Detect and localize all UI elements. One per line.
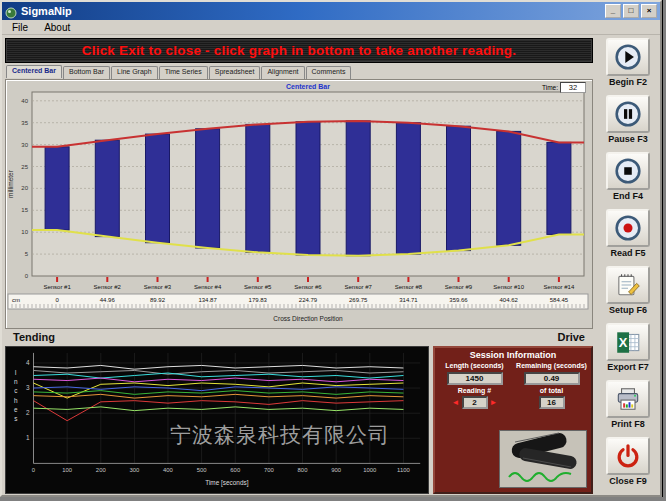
minimize-button[interactable]: _ xyxy=(605,4,621,18)
svg-text:100: 100 xyxy=(62,467,73,473)
y-axis-label: I xyxy=(15,369,17,376)
svg-text:800: 800 xyxy=(298,467,309,473)
tab-bottom-bar[interactable]: Bottom Bar xyxy=(63,66,110,79)
sensor-label: Sensor #7 xyxy=(345,284,373,290)
chart-title: Centered Bar xyxy=(286,83,330,90)
y-axis-label: n xyxy=(14,378,18,385)
begin-f2-button[interactable]: Begin F2 xyxy=(598,38,658,95)
reading-prev-button[interactable]: ◄ xyxy=(452,399,460,407)
sensor-label: Sensor #2 xyxy=(94,284,122,290)
sensor-label: Sensor #4 xyxy=(194,284,222,290)
play-icon xyxy=(606,38,650,76)
printer-icon xyxy=(606,380,650,418)
svg-text:20: 20 xyxy=(21,185,28,191)
sensor-label: Sensor #9 xyxy=(445,284,473,290)
menu-bar: FileAbout xyxy=(2,20,660,35)
length-label: Length (seconds) xyxy=(437,362,512,370)
bar xyxy=(447,126,471,250)
time-label: Time: xyxy=(542,84,558,91)
toolbar-button-label: Export F7 xyxy=(607,362,649,372)
stop-icon xyxy=(606,152,650,190)
app-window: SigmaNip _ □ × FileAbout Click Exit to c… xyxy=(0,0,662,497)
window-body: Click Exit to close - click graph in bot… xyxy=(2,35,660,497)
tab-alignment[interactable]: Alignment xyxy=(261,66,304,79)
y-axis-label: e xyxy=(14,406,18,413)
sensor-marker xyxy=(56,277,58,282)
tending-label: Tending xyxy=(13,331,55,343)
length-value: 1450 xyxy=(447,372,503,385)
sensor-marker xyxy=(407,277,409,282)
end-f4-button[interactable]: End F4 xyxy=(598,152,658,209)
sensor-marker xyxy=(508,277,510,282)
sensor-marker xyxy=(257,277,259,282)
centered-bar-chart: 0510152025303540Centered BarmillimeterSe… xyxy=(6,80,592,330)
y-axis-label: s xyxy=(14,415,17,422)
ruler-value: 404.62 xyxy=(500,297,519,303)
toolbar-button-label: End F4 xyxy=(613,191,643,201)
sensor-label: Sensor #14 xyxy=(544,284,575,290)
toolbar-button-label: Setup F6 xyxy=(609,305,647,315)
sensor-marker xyxy=(307,277,309,282)
svg-text:500: 500 xyxy=(197,467,208,473)
banner-text: Click Exit to close - click graph in bot… xyxy=(82,43,516,58)
centered-bar-panel: Time: 32 0510152025303540Centered Barmil… xyxy=(5,79,593,329)
menu-about[interactable]: About xyxy=(36,21,78,34)
tab-line-graph[interactable]: Line Graph xyxy=(111,66,158,79)
close-button[interactable]: × xyxy=(641,4,657,18)
tab-bar: Centered BarBottom BarLine GraphTime Ser… xyxy=(6,66,593,79)
svg-text:1100: 1100 xyxy=(397,467,410,473)
sensor-marker xyxy=(458,277,460,282)
close-f9-button[interactable]: Close F9 xyxy=(598,437,658,494)
exit-banner: Click Exit to close - click graph in bot… xyxy=(5,38,593,63)
ruler-unit: cm xyxy=(12,297,20,303)
tab-centered-bar[interactable]: Centered Bar xyxy=(6,65,62,78)
ruler-value: 179.83 xyxy=(249,297,268,303)
bar xyxy=(346,121,370,256)
print-f8-button[interactable]: Print F8 xyxy=(598,380,658,437)
sensor-label: Sensor #6 xyxy=(294,284,322,290)
notepad-icon xyxy=(606,266,650,304)
export-f7-button[interactable]: XExport F7 xyxy=(598,323,658,380)
time-series-chart[interactable]: 0100200300400500600700800900100011001234… xyxy=(5,346,429,494)
toolbar-button-label: Print F8 xyxy=(611,419,645,429)
reading-control: ◄ 2 ► xyxy=(437,396,512,409)
tab-comments[interactable]: Comments xyxy=(306,66,352,79)
toolbar-button-label: Begin F2 xyxy=(609,77,647,87)
reading-value: 2 xyxy=(462,396,488,409)
pause-f3-button[interactable]: Pause F3 xyxy=(598,95,658,152)
tab-time-series[interactable]: Time Series xyxy=(159,66,208,79)
svg-text:2: 2 xyxy=(26,409,30,416)
y-axis-label: millimeter xyxy=(7,169,14,198)
title-bar[interactable]: SigmaNip _ □ × xyxy=(2,2,660,20)
svg-text:400: 400 xyxy=(163,467,174,473)
tab-spreadsheet[interactable]: Spreadsheet xyxy=(209,66,261,79)
ruler-value: 89.92 xyxy=(150,297,166,303)
maximize-button[interactable]: □ xyxy=(623,4,639,18)
record-icon xyxy=(606,209,650,247)
bar xyxy=(45,147,69,230)
sensor-label: Sensor #8 xyxy=(395,284,423,290)
menu-file[interactable]: File xyxy=(4,21,36,34)
svg-text:25: 25 xyxy=(21,164,28,170)
toolbar-column: Begin F2Pause F3End F4Read F5Setup F6XEx… xyxy=(596,35,660,497)
svg-text:X: X xyxy=(619,335,628,350)
setup-f6-button[interactable]: Setup F6 xyxy=(598,266,658,323)
read-f5-button[interactable]: Read F5 xyxy=(598,209,658,266)
y-axis-label: h xyxy=(14,397,18,404)
session-grid: Length (seconds) Remaining (seconds) 145… xyxy=(437,362,589,410)
svg-text:35: 35 xyxy=(21,120,28,126)
svg-text:900: 900 xyxy=(331,467,342,473)
sensor-marker xyxy=(357,277,359,282)
main-area: Click Exit to close - click graph in bot… xyxy=(2,35,596,497)
reading-next-button[interactable]: ► xyxy=(490,399,498,407)
bar xyxy=(547,142,571,234)
svg-text:0: 0 xyxy=(25,273,29,279)
toolbar-button-label: Close F9 xyxy=(609,476,647,486)
sensor-label: Sensor #1 xyxy=(43,284,71,290)
ruler-value: 44.96 xyxy=(100,297,116,303)
svg-text:30: 30 xyxy=(21,142,28,148)
pause-icon xyxy=(606,95,650,133)
svg-text:10: 10 xyxy=(21,229,28,235)
ruler-value: 584.45 xyxy=(550,297,569,303)
svg-text:15: 15 xyxy=(21,207,28,213)
